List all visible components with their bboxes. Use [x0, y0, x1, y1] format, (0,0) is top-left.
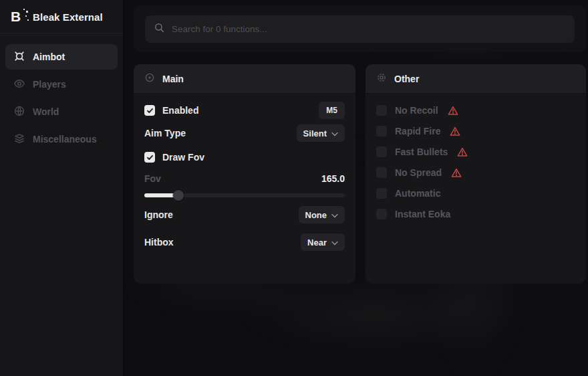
sidebar-item-label: Miscellaneous [33, 134, 97, 145]
panels-row: Main Enabled M5 [134, 64, 586, 284]
sidebar-nav: Aimbot Players World [0, 33, 123, 163]
chevron-down-icon [331, 236, 338, 248]
chevron-down-icon [331, 209, 338, 221]
warning-triangle-icon [451, 168, 462, 178]
sidebar-item-label: Players [33, 79, 66, 90]
hitbox-label: Hitbox [144, 237, 174, 248]
slider-handle[interactable] [173, 190, 184, 201]
app-title: Bleak External [33, 11, 103, 23]
toggle-row-rapid-fire: Rapid Fire [376, 122, 575, 140]
hitbox-dropdown[interactable]: Near [301, 233, 345, 251]
app-header: B Bleak External [0, 0, 123, 33]
enabled-label: Enabled [162, 105, 198, 116]
sidebar-item-miscellaneous[interactable]: Miscellaneous [5, 126, 118, 152]
draw-fov-label: Draw Fov [162, 152, 204, 163]
other-panel-body: No Recoil Rapid Fire [365, 94, 586, 237]
toggle-row-no-spread: No Spread [376, 164, 575, 181]
hitbox-value: Near [307, 238, 327, 248]
toggle-label: Automatic [395, 188, 440, 199]
no-spread-checkbox[interactable] [376, 167, 387, 178]
toggle-label: Rapid Fire [395, 126, 440, 136]
sidebar-item-aimbot[interactable]: Aimbot [5, 44, 118, 70]
main-panel: Main Enabled M5 [134, 64, 355, 284]
ignore-label: Ignore [144, 209, 173, 220]
other-panel: Other No Recoil Rapid Fi [365, 64, 586, 284]
fov-value-row: Fov 165.0 [144, 173, 345, 185]
draw-fov-row: Draw Fov [144, 149, 345, 166]
app-window: B Bleak External Aimbot [0, 0, 588, 376]
sidebar-item-players[interactable]: Players [5, 72, 118, 97]
fov-value: 165.0 [321, 173, 345, 184]
search-input[interactable] [172, 24, 565, 34]
target-icon [144, 72, 155, 86]
draw-fov-checkbox[interactable] [144, 152, 155, 163]
ignore-dropdown[interactable]: None [299, 206, 345, 223]
aim-type-value: Silent [303, 128, 327, 138]
sidebar: B Bleak External Aimbot [0, 0, 124, 376]
sidebar-item-label: World [33, 106, 59, 117]
sidebar-item-label: Aimbot [33, 52, 65, 62]
toggle-label: No Spread [395, 167, 442, 178]
main-panel-header: Main [134, 64, 355, 94]
fast-bullets-checkbox[interactable] [376, 147, 387, 157]
toggle-row-instant-eoka: Instant Eoka [376, 205, 575, 223]
search-icon [154, 23, 164, 35]
ignore-row: Ignore None [144, 206, 345, 223]
aimbot-crosshair-icon [13, 50, 25, 64]
sidebar-item-world[interactable]: World [5, 99, 118, 124]
fov-slider[interactable] [144, 190, 345, 201]
no-recoil-checkbox[interactable] [376, 105, 387, 116]
search-box[interactable] [145, 15, 575, 43]
search-panel [134, 5, 586, 52]
panel-title: Other [394, 74, 419, 84]
toggle-label: No Recoil [395, 105, 438, 116]
eye-icon [13, 78, 25, 92]
gear-icon [376, 72, 387, 86]
keybind-button[interactable]: M5 [319, 102, 345, 119]
toggle-row-no-recoil: No Recoil [376, 102, 575, 119]
toggle-label: Instant Eoka [395, 209, 450, 219]
globe-icon [13, 105, 25, 119]
chevron-down-icon [331, 127, 338, 139]
hitbox-row: Hitbox Near [144, 233, 345, 251]
toggle-row-automatic: Automatic [376, 185, 575, 202]
ignore-value: None [305, 210, 327, 220]
other-panel-header: Other [365, 64, 586, 94]
enabled-checkbox[interactable] [144, 105, 155, 116]
layers-icon [13, 132, 25, 147]
toggle-label: Fast Bullets [395, 147, 448, 157]
toggle-row-fast-bullets: Fast Bullets [376, 143, 575, 161]
main-content: Main Enabled M5 [124, 0, 588, 376]
panel-title: Main [162, 74, 184, 84]
warning-triangle-icon [457, 147, 468, 157]
aim-type-row: Aim Type Silent [144, 124, 345, 142]
main-panel-body: Enabled M5 Aim Type Silent [134, 94, 355, 262]
warning-triangle-icon [448, 106, 458, 116]
automatic-checkbox[interactable] [376, 188, 387, 199]
fov-label: Fov [144, 173, 161, 184]
aim-type-label: Aim Type [144, 128, 186, 138]
rapid-fire-checkbox[interactable] [376, 126, 387, 136]
warning-triangle-icon [450, 126, 460, 136]
enabled-row: Enabled M5 [144, 102, 345, 119]
app-logo-icon: B [11, 9, 25, 24]
aim-type-dropdown[interactable]: Silent [297, 124, 345, 142]
instant-eoka-checkbox[interactable] [376, 209, 387, 219]
